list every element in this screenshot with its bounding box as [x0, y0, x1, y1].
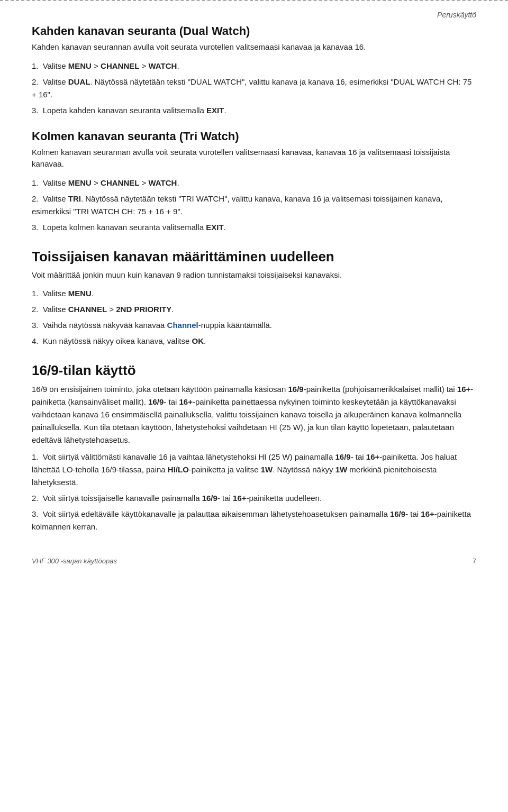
step-text: Kun näytössä näkyy oikea kanava, valitse… — [43, 336, 206, 345]
section-dual-watch: Kahden kanavan seuranta (Dual Watch) Kah… — [32, 24, 476, 117]
section1-subtitle: Kahden kanavan seurannan avulla voit seu… — [32, 41, 476, 53]
footer-left: VHF 300 -sarjan käyttöopas — [32, 557, 117, 565]
list-item: 2. Valitse TRI. Näytössä näytetään tekst… — [32, 193, 476, 218]
step-number: 3. — [32, 106, 39, 115]
section-16-9: 16/9-tilan käyttö 16/9 on ensisijainen t… — [32, 362, 476, 533]
step-number: 3. — [32, 509, 39, 518]
list-item: 1. Valitse MENU > CHANNEL > WATCH. — [32, 177, 476, 189]
step-text: Valitse TRI. Näytössä näytetään teksti "… — [32, 194, 442, 216]
section3-subtitle: Voit määrittää jonkin muun kuin kanavan … — [32, 269, 476, 281]
step-number: 2. — [32, 494, 39, 503]
step-text: Voit siirtyä toissijaiselle kanavalle pa… — [43, 494, 322, 503]
step-text: Lopeta kahden kanavan seuranta valitsema… — [43, 106, 226, 115]
section1-title: Kahden kanavan seuranta (Dual Watch) — [32, 24, 476, 38]
step-text: Vaihda näytössä näkyvää kanavaa Channel-… — [43, 321, 272, 330]
list-item: 2. Valitse CHANNEL > 2ND PRIORITY. — [32, 303, 476, 316]
list-item: 3. Lopeta kahden kanavan seuranta valits… — [32, 104, 476, 117]
list-item: 1. Valitse MENU > CHANNEL > WATCH. — [32, 60, 476, 72]
section-secondary-channel: Toissijaisen kanavan määrittäminen uudel… — [32, 249, 476, 348]
step-number: 2. — [32, 194, 39, 203]
step-text: Valitse CHANNEL > 2ND PRIORITY. — [43, 305, 174, 314]
section2-steps: 1. Valitse MENU > CHANNEL > WATCH. 2. Va… — [32, 177, 476, 234]
section3-title: Toissijaisen kanavan määrittäminen uudel… — [32, 249, 476, 265]
step-text: Valitse MENU. — [43, 289, 94, 298]
step-number: 2. — [32, 77, 39, 86]
step-text: Valitse DUAL. Näytössä näytetään teksti … — [32, 77, 471, 99]
step-text: Lopeta kolmen kanavan seuranta valitsema… — [43, 223, 226, 232]
step-text: Valitse MENU > CHANNEL > WATCH. — [43, 61, 179, 70]
list-item: 1. Valitse MENU. — [32, 287, 476, 300]
section-tri-watch: Kolmen kanavan seuranta (Tri Watch) Kolm… — [32, 130, 476, 234]
list-item: 2. Voit siirtyä toissijaiselle kanavalle… — [32, 492, 476, 505]
section2-title: Kolmen kanavan seuranta (Tri Watch) — [32, 130, 476, 143]
section4-steps: 1. Voit siirtyä välittömästi kanavalle 1… — [32, 451, 476, 533]
list-item: 3. Voit siirtyä edeltävälle käyttökanava… — [32, 508, 476, 533]
step-number: 1. — [32, 61, 39, 70]
list-item: 1. Voit siirtyä välittömästi kanavalle 1… — [32, 451, 476, 489]
list-item: 4. Kun näytössä näkyy oikea kanava, vali… — [32, 335, 476, 348]
section2-subtitle: Kolmen kanavan seurannan avulla voit seu… — [32, 147, 476, 170]
list-item: 3. Lopeta kolmen kanavan seuranta valits… — [32, 221, 476, 234]
step-number: 3. — [32, 223, 39, 232]
step-number: 1. — [32, 178, 39, 187]
footer-page-number: 7 — [473, 557, 476, 565]
step-text: Voit siirtyä välittömästi kanavalle 16 j… — [32, 452, 457, 487]
step-number: 1. — [32, 289, 39, 298]
section3-steps: 1. Valitse MENU. 2. Valitse CHANNEL > 2N… — [32, 287, 476, 348]
list-item: 2. Valitse DUAL. Näytössä näytetään teks… — [32, 76, 476, 101]
section4-title: 16/9-tilan käyttö — [32, 362, 476, 379]
list-item: 3. Vaihda näytössä näkyvää kanavaa Chann… — [32, 319, 476, 332]
section1-steps: 1. Valitse MENU > CHANNEL > WATCH. 2. Va… — [32, 60, 476, 117]
step-number: 3. — [32, 321, 39, 330]
step-number: 4. — [32, 336, 39, 345]
section4-body: 16/9 on ensisijainen toiminto, joka otet… — [32, 383, 476, 446]
step-number: 2. — [32, 305, 39, 314]
page-header-label: Peruskäyttö — [437, 11, 476, 19]
step-text: Valitse MENU > CHANNEL > WATCH. — [43, 178, 179, 187]
step-text: Voit siirtyä edeltävälle käyttökanavalle… — [32, 509, 471, 531]
step-number: 1. — [32, 452, 39, 461]
